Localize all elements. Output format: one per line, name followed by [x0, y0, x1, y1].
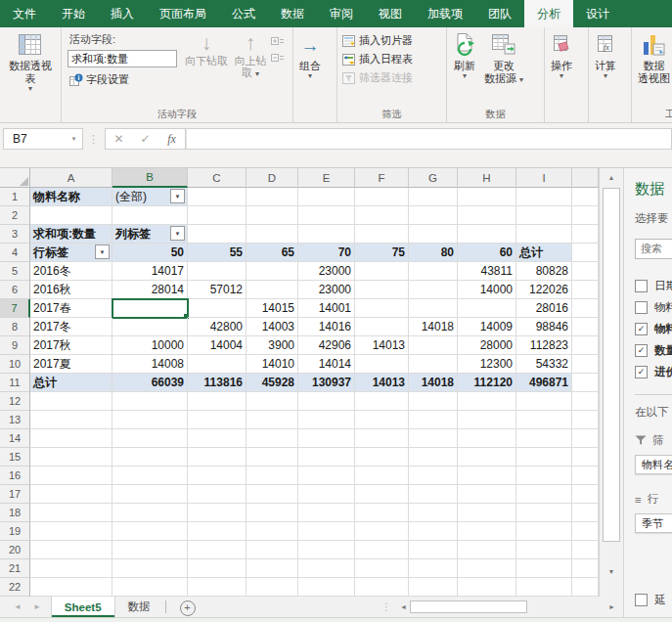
expand-field-icon[interactable]: [271, 37, 285, 48]
cell-I21[interactable]: [516, 559, 572, 578]
cell-J15[interactable]: [572, 448, 599, 466]
name-box[interactable]: B7 ▾: [3, 128, 83, 150]
cell-H21[interactable]: [458, 559, 516, 578]
col-header-F[interactable]: F: [355, 168, 409, 188]
cell-I9[interactable]: 112823: [516, 336, 572, 355]
cell-I1[interactable]: [516, 188, 572, 206]
cell-E14[interactable]: [298, 429, 355, 448]
cell-J9[interactable]: [572, 336, 599, 355]
drill-down-button[interactable]: ↓ 向下钻取: [183, 29, 230, 67]
ribbon-tab-1[interactable]: 文件: [0, 0, 49, 27]
collapse-field-icon[interactable]: [271, 54, 285, 65]
cell-A14[interactable]: [30, 429, 112, 448]
cell-B7[interactable]: [112, 299, 188, 318]
cell-A1[interactable]: 物料名称: [30, 188, 112, 206]
cell-B16[interactable]: [112, 466, 188, 485]
cell-B21[interactable]: [112, 559, 188, 578]
cell-G12[interactable]: [409, 392, 458, 411]
cell-E20[interactable]: [298, 541, 355, 559]
cell-E21[interactable]: [298, 559, 355, 578]
cell-C3[interactable]: [188, 225, 246, 244]
row-header-14[interactable]: 14: [0, 429, 30, 448]
calculations-button[interactable]: fx 计算 ▾: [591, 29, 620, 80]
col-header-G[interactable]: G: [409, 168, 458, 188]
cell-G1[interactable]: [409, 188, 458, 206]
cell-F12[interactable]: [355, 392, 409, 411]
cell-B3[interactable]: 列标签▼: [112, 225, 188, 244]
cell-H7[interactable]: [458, 299, 516, 318]
ribbon-tab-12[interactable]: 设计: [573, 0, 622, 27]
ribbon-tab-4[interactable]: 页面布局: [147, 0, 219, 27]
ribbon-tab-5[interactable]: 公式: [219, 0, 268, 27]
cell-C14[interactable]: [188, 429, 246, 448]
cell-E16[interactable]: [298, 466, 355, 485]
cell-D7[interactable]: 14015: [246, 299, 298, 318]
row-header-1[interactable]: 1: [0, 188, 30, 206]
cell-H6[interactable]: 14000: [458, 281, 516, 299]
cell-H17[interactable]: [458, 485, 516, 504]
cell-H20[interactable]: [458, 541, 516, 559]
cell-C10[interactable]: [188, 355, 246, 374]
cell-E5[interactable]: 23000: [298, 262, 355, 281]
cell-A8[interactable]: 2017冬: [30, 318, 112, 336]
cell-F21[interactable]: [355, 559, 409, 578]
cell-E1[interactable]: [298, 188, 355, 206]
change-data-source-button[interactable]: 更改 数据源 ▾: [480, 29, 527, 85]
cell-G20[interactable]: [409, 541, 458, 559]
cell-B19[interactable]: [112, 522, 188, 541]
ribbon-tab-6[interactable]: 数据: [268, 0, 317, 27]
actions-button[interactable]: 操作 ▾: [547, 29, 576, 80]
row-header-3[interactable]: 3: [0, 225, 30, 244]
vertical-scrollbar-thumb[interactable]: [603, 188, 620, 542]
cell-A15[interactable]: [30, 448, 112, 466]
row-header-9[interactable]: 9: [0, 336, 30, 355]
cell-G4[interactable]: 80: [409, 244, 458, 262]
cell-D17[interactable]: [246, 485, 298, 504]
cell-F5[interactable]: [355, 262, 409, 281]
cell-B4[interactable]: 50: [112, 244, 188, 262]
cell-H9[interactable]: 28000: [458, 336, 516, 355]
cell-E2[interactable]: [298, 206, 355, 225]
ribbon-tab-8[interactable]: 视图: [366, 0, 415, 27]
cell-B1[interactable]: (全部)▼: [112, 188, 188, 206]
cell-H2[interactable]: [458, 206, 516, 225]
vertical-scrollbar[interactable]: ▲ ▼: [599, 168, 623, 597]
cell-F8[interactable]: [355, 318, 409, 336]
cell-F1[interactable]: [355, 188, 409, 206]
cell-G8[interactable]: 14018: [409, 318, 458, 336]
cell-D2[interactable]: [246, 206, 298, 225]
cell-I16[interactable]: [516, 466, 572, 485]
cell-E4[interactable]: 70: [298, 244, 355, 262]
col-header-I[interactable]: I: [516, 168, 572, 188]
cell-E7[interactable]: 14001: [298, 299, 355, 318]
cell-I10[interactable]: 54332: [516, 355, 572, 374]
cell-I5[interactable]: 80828: [516, 262, 572, 281]
row-header-12[interactable]: 12: [0, 392, 30, 411]
cell-J19[interactable]: [572, 522, 599, 541]
col-header-partial[interactable]: [572, 168, 599, 188]
cell-J11[interactable]: [572, 374, 599, 392]
cell-F11[interactable]: 14013: [355, 374, 409, 392]
row-header-6[interactable]: 6: [0, 281, 30, 299]
cell-A2[interactable]: [30, 206, 112, 225]
field-item-1[interactable]: 日期: [635, 275, 672, 296]
unchecked-checkbox[interactable]: [635, 594, 648, 606]
cell-J18[interactable]: [572, 504, 599, 522]
cell-F3[interactable]: [355, 225, 409, 244]
cell-D14[interactable]: [246, 429, 298, 448]
filter-dropdown-icon[interactable]: ▼: [170, 226, 185, 241]
formula-bar-grip-icon[interactable]: ⋮: [83, 133, 105, 146]
cell-F10[interactable]: [355, 355, 409, 374]
row-header-15[interactable]: 15: [0, 448, 30, 466]
cell-A21[interactable]: [30, 559, 112, 578]
cell-I11[interactable]: 496871: [516, 374, 572, 392]
cell-F20[interactable]: [355, 541, 409, 559]
ribbon-tab-10[interactable]: 团队: [475, 0, 524, 27]
cell-C8[interactable]: 42800: [188, 318, 246, 336]
cell-F15[interactable]: [355, 448, 409, 466]
cell-A13[interactable]: [30, 411, 112, 429]
cell-I18[interactable]: [516, 504, 572, 522]
cell-G7[interactable]: [409, 299, 458, 318]
col-header-E[interactable]: E: [298, 168, 355, 188]
cell-F9[interactable]: 14013: [355, 336, 409, 355]
